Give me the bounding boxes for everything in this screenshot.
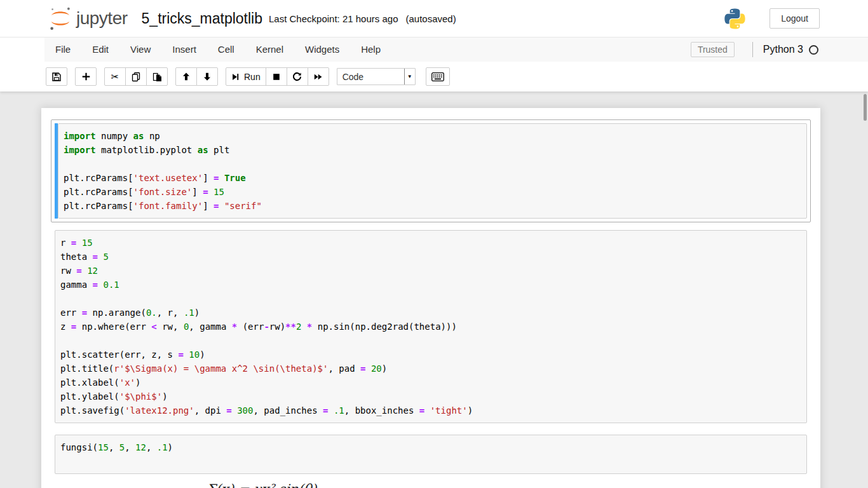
code-line: plt.rcParams['font.family'] = "serif" bbox=[64, 199, 801, 213]
stop-icon bbox=[272, 72, 281, 81]
code-line: plt.scatter(err, z, s = 10) bbox=[60, 348, 801, 362]
code-input-area[interactable]: fungsi(15, 5, 12, .1) bbox=[55, 435, 807, 474]
plus-icon bbox=[81, 72, 91, 81]
restart-run-all-button[interactable] bbox=[308, 67, 329, 86]
python-logo-icon bbox=[723, 7, 747, 30]
restart-icon bbox=[292, 72, 302, 81]
paste-icon bbox=[152, 72, 162, 82]
code-line: theta = 5 bbox=[60, 250, 801, 264]
menu-help[interactable]: Help bbox=[350, 37, 391, 62]
move-cell-down-button[interactable] bbox=[196, 67, 218, 86]
code-line: plt.savefig('latex12.png', dpi = 300, pa… bbox=[60, 403, 801, 417]
notebook-container: import numpy as npimport matplotlib.pypl… bbox=[41, 108, 820, 488]
code-cell[interactable]: r = 15theta = 5rw = 12gamma = 0.1err = n… bbox=[51, 226, 811, 427]
trusted-badge[interactable]: Trusted bbox=[691, 42, 735, 57]
notebook-cells: import numpy as npimport matplotlib.pypl… bbox=[51, 119, 811, 478]
menu-insert[interactable]: Insert bbox=[161, 37, 207, 62]
run-label: Run bbox=[244, 72, 261, 82]
code-cell[interactable]: fungsi(15, 5, 12, .1) bbox=[51, 431, 811, 478]
menu-edit[interactable]: Edit bbox=[81, 37, 119, 62]
code-line: err = np.arange(0., r, .1) bbox=[60, 306, 801, 320]
fast-forward-icon bbox=[313, 72, 323, 81]
paste-cells-button[interactable] bbox=[146, 67, 168, 86]
notebook-scroll-area: import numpy as npimport matplotlib.pypl… bbox=[0, 92, 868, 488]
code-line bbox=[64, 157, 801, 171]
toolbar: ✂ bbox=[0, 62, 868, 92]
code-line: import matplotlib.pyplot as plt bbox=[64, 143, 801, 157]
copy-icon bbox=[131, 72, 141, 82]
code-line: plt.title(r'$\Sigma(x) = \gamma x^2 \sin… bbox=[60, 362, 801, 376]
code-input-area[interactable]: import numpy as npimport matplotlib.pypl… bbox=[58, 123, 807, 219]
menu-view[interactable]: View bbox=[119, 37, 161, 62]
step-forward-icon bbox=[231, 72, 240, 81]
code-line: r = 15 bbox=[60, 236, 801, 250]
interrupt-kernel-button[interactable] bbox=[266, 67, 287, 86]
notebook-title[interactable]: 5_tricks_matplotlib bbox=[142, 10, 262, 27]
restart-kernel-button[interactable] bbox=[287, 67, 308, 86]
code-line: plt.xlabel('x') bbox=[60, 376, 801, 390]
code-line: fungsi(15, 5, 12, .1) bbox=[60, 440, 801, 454]
run-cell-button[interactable]: Run bbox=[226, 67, 266, 86]
cell-type-dropdown[interactable]: Code ▼ bbox=[337, 68, 416, 85]
cut-cells-button[interactable]: ✂ bbox=[104, 67, 126, 86]
jupyter-wordmark: jupyter bbox=[76, 8, 128, 29]
move-cell-up-button[interactable] bbox=[175, 67, 197, 86]
code-line: z = np.where(err < rw, 0, gamma * (err-r… bbox=[60, 320, 801, 334]
vertical-scrollbar[interactable] bbox=[864, 94, 867, 121]
keyboard-icon bbox=[431, 72, 444, 81]
jupyter-logo-icon[interactable] bbox=[47, 5, 74, 32]
arrow-up-icon bbox=[182, 72, 191, 81]
kernel-idle-indicator-icon bbox=[809, 45, 818, 55]
autosave-status: (autosaved) bbox=[405, 13, 456, 24]
menu-widgets[interactable]: Widgets bbox=[294, 37, 350, 62]
code-line: import numpy as np bbox=[64, 129, 801, 143]
cell-output-area: Σ(x) = γx² sin(θ) bbox=[51, 482, 811, 488]
save-button[interactable] bbox=[46, 67, 67, 86]
code-line: plt.ylabel('$\phi$') bbox=[60, 390, 801, 403]
code-cell[interactable]: import numpy as npimport matplotlib.pypl… bbox=[51, 119, 811, 222]
menu-cell[interactable]: Cell bbox=[207, 37, 245, 62]
menu-file[interactable]: File bbox=[44, 37, 81, 62]
notebook-header: jupyter 5_tricks_matplotlib Last Checkpo… bbox=[0, 0, 868, 92]
code-line: plt.rcParams['font.size'] = 15 bbox=[64, 185, 801, 199]
title-bar: jupyter 5_tricks_matplotlib Last Checkpo… bbox=[0, 0, 868, 37]
kernel-name: Python 3 bbox=[763, 44, 803, 55]
code-line: rw = 12 bbox=[60, 264, 801, 278]
code-line bbox=[60, 454, 801, 468]
cell-type-value: Code bbox=[337, 72, 404, 82]
checkpoint-status: Last Checkpoint: 21 hours ago bbox=[269, 13, 398, 24]
code-line bbox=[60, 334, 801, 348]
scissors-icon: ✂ bbox=[111, 72, 119, 81]
code-input-area[interactable]: r = 15theta = 5rw = 12gamma = 0.1err = n… bbox=[55, 230, 807, 423]
code-line: plt.rcParams['text.usetex'] = True bbox=[64, 171, 801, 185]
insert-cell-button[interactable] bbox=[75, 67, 97, 86]
menubar: File Edit View Insert Cell Kernel Widget… bbox=[0, 37, 868, 62]
logout-button[interactable]: Logout bbox=[770, 8, 820, 29]
command-palette-button[interactable] bbox=[426, 67, 450, 86]
plot-title-output: Σ(x) = γx² sin(θ) bbox=[207, 482, 317, 488]
copy-cells-button[interactable] bbox=[125, 67, 147, 86]
save-icon bbox=[51, 72, 62, 82]
chevron-down-icon: ▼ bbox=[404, 69, 415, 85]
arrow-down-icon bbox=[203, 72, 212, 81]
menu-kernel[interactable]: Kernel bbox=[245, 37, 294, 62]
code-line: gamma = 0.1 bbox=[60, 278, 801, 292]
code-line bbox=[60, 292, 801, 306]
divider bbox=[752, 42, 753, 57]
